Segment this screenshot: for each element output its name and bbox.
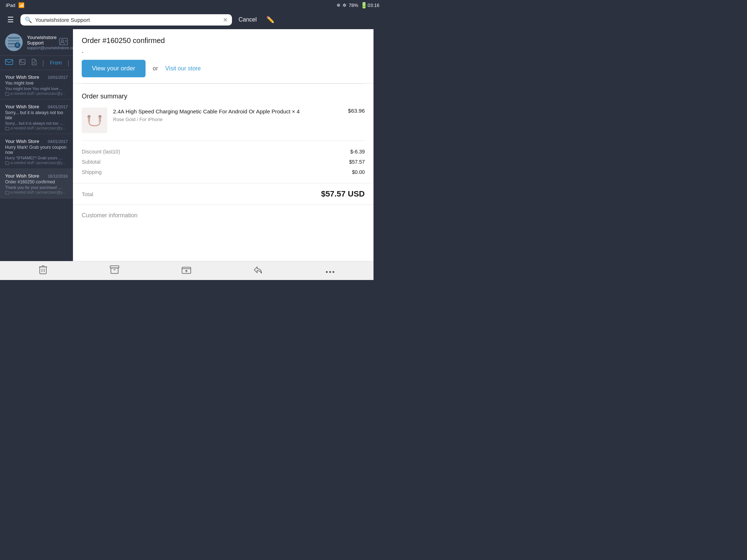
product-price: $63.96: [348, 108, 365, 114]
total-row: Total $57.57 USD: [82, 189, 365, 199]
more-button[interactable]: [320, 265, 341, 276]
list-item[interactable]: Your Wish Store 04/01/2017 Sorry... but …: [0, 100, 73, 134]
order-summary-title: Order summary: [82, 93, 365, 100]
email-folder: a needed stuff / jacmarczacc@y...: [5, 190, 68, 194]
price-breakdown: Discount (last10) $-6.39 Subtotal $57.57…: [73, 141, 374, 183]
sender-email: support@yourwishstore.com: [27, 46, 55, 50]
search-bar: 🔍 ✕: [20, 14, 232, 26]
contact-icon[interactable]: [59, 38, 68, 47]
main-content: Yourwishstore Support support@yourwishst…: [0, 29, 374, 261]
discount-label: Discount (last10): [82, 149, 120, 155]
avatar-image: [5, 34, 23, 51]
location-icon: ⊕: [337, 3, 340, 8]
svg-rect-7: [18, 43, 18, 46]
email-subject: Order #160250 confirmed: [5, 179, 68, 184]
filter-divider-2: |: [67, 59, 69, 67]
subtotal-value: $57.57: [349, 159, 365, 165]
product-item: 2.4A High Speed Charging Magnetic Cable …: [82, 108, 365, 141]
total-label: Total: [82, 191, 93, 197]
battery-icon: 🔋: [360, 2, 368, 9]
email-sender: Your Wish Store: [5, 74, 39, 80]
email-item-header: Your Wish Store 16/12/2016: [5, 173, 68, 179]
list-item[interactable]: Your Wish Store 04/01/2017 Hurry Mark! G…: [0, 134, 73, 169]
email-content-header: Order #160250 confirmed · View your orde…: [73, 29, 374, 83]
email-folder: a needed stuff / jacmarczacc@y...: [5, 126, 68, 130]
device-label: iPad: [6, 3, 15, 8]
search-icon: 🔍: [25, 16, 32, 23]
status-time: 03:16: [368, 3, 374, 8]
dot-indicator: ·: [82, 48, 365, 56]
or-text: or: [153, 65, 158, 72]
delete-button[interactable]: [33, 264, 53, 278]
doc-filter-icon[interactable]: [31, 59, 36, 67]
svg-rect-23: [99, 116, 101, 117]
customer-info-title: Customer information: [82, 212, 365, 219]
sender-name: Yourwishstore Support: [27, 35, 55, 46]
product-variant: Rose Gold / For iPhone: [113, 117, 342, 122]
clear-search-icon[interactable]: ✕: [223, 16, 228, 23]
archive-button[interactable]: [104, 264, 125, 277]
order-summary-section: Order summary: [73, 84, 374, 141]
list-item[interactable]: Your Wish Store 16/12/2016 Order #160250…: [0, 169, 73, 198]
email-preview: You might love You might love it Vie...: [5, 86, 63, 91]
discount-row: Discount (last10) $-6.39: [82, 147, 365, 157]
from-tab[interactable]: From: [50, 60, 62, 66]
view-order-area: View your order or Visit our store: [82, 60, 365, 77]
status-left: iPad 📶: [6, 2, 24, 8]
email-content-panel: Order #160250 confirmed · View your orde…: [73, 29, 374, 261]
email-item-header: Your Wish Store 10/01/2017: [5, 74, 68, 80]
email-list: Your Wish Store 10/01/2017 You might lov…: [0, 70, 73, 261]
search-input[interactable]: [35, 17, 220, 23]
email-sender: Your Wish Store: [5, 139, 39, 144]
subtotal-row: Subtotal $57.57: [82, 157, 365, 167]
email-item-header: Your Wish Store 04/01/2017: [5, 139, 68, 144]
image-filter-icon[interactable]: [19, 59, 26, 66]
email-date: 04/01/2017: [48, 105, 68, 109]
discount-value: $-6.39: [350, 149, 365, 155]
shipping-value: $0.00: [352, 169, 365, 175]
shipping-row: Shipping $0.00: [82, 167, 365, 177]
svg-rect-12: [5, 59, 13, 65]
filter-tabs: | From | To: [0, 56, 73, 70]
total-value: $57.57 USD: [321, 189, 365, 199]
email-preview: Thank you for your purchase! Your...: [5, 185, 63, 190]
email-sender: Your Wish Store: [5, 104, 39, 109]
email-filter-icon[interactable]: [5, 59, 13, 67]
cancel-button[interactable]: Cancel: [236, 15, 260, 24]
reply-button[interactable]: [248, 264, 269, 277]
svg-rect-30: [111, 268, 118, 273]
move-button[interactable]: [176, 264, 197, 277]
email-sender: Your Wish Store: [5, 173, 39, 179]
product-thumbnail: [82, 108, 107, 133]
bottom-bar: [0, 261, 374, 280]
list-item[interactable]: Your Wish Store 10/01/2017 You might lov…: [0, 70, 73, 100]
svg-rect-6: [16, 44, 17, 46]
svg-point-9: [61, 40, 63, 42]
total-section: Total $57.57 USD: [73, 183, 374, 205]
filter-divider: |: [42, 59, 44, 67]
hamburger-button[interactable]: ☰: [4, 14, 17, 26]
email-date: 10/01/2017: [48, 75, 68, 79]
svg-rect-22: [88, 116, 90, 117]
svg-rect-2: [8, 40, 20, 42]
sender-info: Yourwishstore Support support@yourwishst…: [27, 35, 55, 50]
avatar: [5, 34, 23, 51]
svg-rect-20: [99, 118, 101, 122]
svg-point-33: [326, 271, 328, 273]
status-right: ⊕ ✲ 78% 🔋: [337, 2, 368, 9]
bluetooth-icon: ✲: [342, 3, 347, 8]
sidebar: Yourwishstore Support support@yourwishst…: [0, 29, 73, 261]
shipping-label: Shipping: [82, 169, 102, 175]
status-bar: iPad 📶 03:16 ⊕ ✲ 78% 🔋: [0, 0, 374, 10]
view-order-button[interactable]: View your order: [82, 60, 146, 77]
svg-rect-19: [88, 118, 90, 122]
svg-point-35: [333, 271, 334, 273]
svg-rect-1: [8, 37, 20, 39]
product-name: 2.4A High Speed Charging Magnetic Cable …: [113, 108, 342, 115]
visit-store-link[interactable]: Visit our store: [165, 65, 201, 72]
email-date: 16/12/2016: [48, 174, 68, 178]
email-item-header: Your Wish Store 04/01/2017: [5, 104, 68, 109]
email-date: 04/01/2017: [48, 139, 68, 144]
customer-info-section: Customer information: [73, 205, 374, 226]
edit-button[interactable]: ✏️: [263, 14, 277, 25]
